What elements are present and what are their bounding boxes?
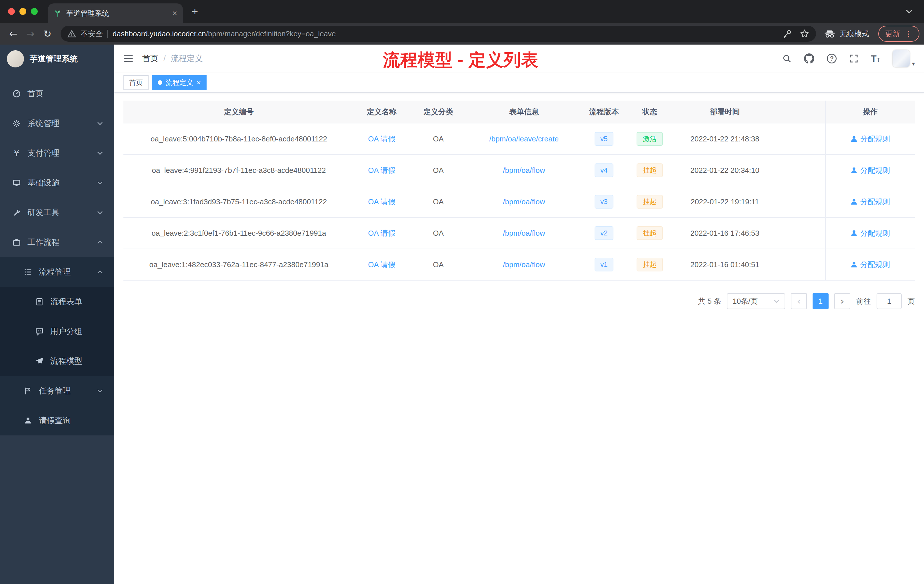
- assign-rule-label: 分配规则: [860, 134, 890, 144]
- forward-button[interactable]: →: [22, 25, 39, 42]
- breadcrumb-separator: /: [163, 54, 166, 63]
- sidebar-item-infrastructure[interactable]: 基础设施: [0, 168, 114, 198]
- sidebar-item-process-management[interactable]: 流程管理: [0, 257, 114, 287]
- table-row: oa_leave:5:004b710b-7b8a-11ec-8ef0-acde4…: [124, 124, 915, 155]
- main-area: 首页 / 流程定义 ? TT: [114, 45, 924, 584]
- form-link[interactable]: /bpm/oa/leave/create: [489, 135, 559, 144]
- minimize-window-button[interactable]: [20, 8, 26, 15]
- page-size-select[interactable]: 10条/页: [727, 293, 785, 309]
- tag-home[interactable]: 首页: [124, 75, 148, 90]
- next-page-button[interactable]: ›: [834, 293, 850, 309]
- table-row: oa_leave:3:1fad3d93-7b75-11ec-a3c8-acde4…: [124, 186, 915, 218]
- bookmark-star-icon[interactable]: [800, 29, 809, 38]
- goto-page-input[interactable]: [876, 293, 902, 309]
- new-tab-button[interactable]: +: [187, 4, 202, 19]
- cell-category: OA: [409, 155, 467, 186]
- tag-close-icon[interactable]: ×: [196, 79, 201, 86]
- kebab-menu-icon: ⋮: [904, 29, 912, 39]
- tab-close-icon[interactable]: ×: [172, 9, 177, 17]
- app-shell: 芋道管理系统 首页 系统管理 ¥ 支付管理: [0, 45, 924, 584]
- browser-tab[interactable]: 芋道管理系统 ×: [48, 3, 183, 23]
- cell-category: OA: [409, 218, 467, 249]
- sidebar: 芋道管理系统 首页 系统管理 ¥ 支付管理: [0, 45, 114, 584]
- window-controls: [5, 8, 45, 15]
- security-label[interactable]: 不安全: [81, 29, 103, 39]
- page-unit-label: 页: [908, 296, 915, 306]
- update-label: 更新: [885, 29, 900, 39]
- sidebar-item-label: 系统管理: [27, 118, 59, 129]
- reload-button[interactable]: ↻: [39, 25, 56, 42]
- definition-name-link[interactable]: OA 请假: [368, 260, 395, 270]
- form-link[interactable]: /bpm/oa/flow: [503, 198, 545, 206]
- version-badge: v2: [594, 226, 613, 240]
- breadcrumb-home[interactable]: 首页: [142, 53, 158, 64]
- cell-spacer: [778, 155, 825, 186]
- assign-rule-link[interactable]: 分配规则: [851, 134, 890, 144]
- prev-page-button[interactable]: ‹: [791, 293, 807, 309]
- sidebar-item-process-form[interactable]: 流程表单: [0, 287, 114, 317]
- assign-rule-link[interactable]: 分配规则: [851, 197, 890, 207]
- sidebar-item-user-group[interactable]: 用户分组: [0, 317, 114, 346]
- omnibox-actions: [783, 29, 809, 38]
- definition-name-link[interactable]: OA 请假: [368, 197, 395, 207]
- sidebar-item-payment[interactable]: ¥ 支付管理: [0, 138, 114, 168]
- sidebar-item-system[interactable]: 系统管理: [0, 109, 114, 138]
- page-1-button[interactable]: 1: [813, 293, 828, 309]
- assign-rule-label: 分配规则: [860, 260, 890, 270]
- chevron-down-icon: [97, 181, 103, 185]
- sidebar-item-home[interactable]: 首页: [0, 79, 114, 109]
- form-link[interactable]: /bpm/oa/flow: [503, 229, 545, 238]
- definition-name-link[interactable]: OA 请假: [368, 134, 395, 144]
- tag-process-definition[interactable]: 流程定义 ×: [152, 75, 206, 90]
- chevron-down-icon: [97, 211, 103, 214]
- url-host: dashboard.yudao.iocoder.cn: [112, 30, 206, 38]
- definition-name-link[interactable]: OA 请假: [368, 165, 395, 175]
- zoom-window-button[interactable]: [31, 8, 38, 15]
- assign-rule-link[interactable]: 分配规则: [851, 260, 890, 270]
- monitor-icon: [12, 178, 22, 187]
- user-avatar-menu[interactable]: ▾: [893, 50, 915, 67]
- browser-update-menu-button[interactable]: 更新 ⋮: [878, 26, 919, 42]
- sidebar-item-task-management[interactable]: 任务管理: [0, 376, 114, 406]
- close-window-button[interactable]: [8, 8, 15, 15]
- cell-definition-id: oa_leave:4:991f2193-7b7f-11ec-a3c8-acde4…: [124, 155, 354, 186]
- chevron-down-icon: [97, 152, 103, 155]
- text-size-small: T: [876, 56, 880, 63]
- assign-rule-link[interactable]: 分配规则: [851, 165, 890, 175]
- sidebar-item-leave-query[interactable]: 请假查询: [0, 406, 114, 436]
- address-bar[interactable]: 不安全 dashboard.yudao.iocoder.cn/bpm/manag…: [61, 26, 816, 42]
- definition-name-link[interactable]: OA 请假: [368, 228, 395, 238]
- chevron-up-icon: [97, 241, 103, 244]
- column-header-version: 流程版本: [581, 101, 627, 123]
- browser-tabstrip: 芋道管理系统 × +: [0, 0, 924, 23]
- form-link[interactable]: /bpm/oa/flow: [503, 260, 545, 269]
- assign-rule-link[interactable]: 分配规则: [851, 228, 890, 238]
- search-icon[interactable]: [782, 54, 792, 63]
- cell-category: OA: [409, 124, 467, 154]
- sidebar-item-dev-tools[interactable]: 研发工具: [0, 198, 114, 228]
- back-button[interactable]: ←: [5, 25, 22, 42]
- help-icon[interactable]: ?: [827, 54, 837, 63]
- browser-window: 芋道管理系统 × + ← → ↻ 不安全 dashboard.yudao.ioc…: [0, 0, 924, 584]
- tab-search-chevron-icon[interactable]: [906, 9, 912, 14]
- sidebar-item-process-model[interactable]: 流程模型: [0, 346, 114, 376]
- caret-down-icon: ▾: [912, 60, 915, 67]
- github-icon[interactable]: [804, 53, 814, 64]
- sidebar-item-workflow[interactable]: 工作流程: [0, 228, 114, 257]
- version-badge: v3: [594, 195, 613, 209]
- sidebar-item-label: 研发工具: [27, 207, 59, 218]
- pagination-total: 共 5 条: [698, 296, 721, 306]
- wrench-icon: [12, 208, 22, 217]
- cell-definition-id: oa_leave:3:1fad3d93-7b75-11ec-a3c8-acde4…: [124, 186, 354, 217]
- warning-icon: [68, 30, 76, 38]
- form-link[interactable]: /bpm/oa/flow: [503, 166, 545, 175]
- divider: [107, 30, 108, 38]
- sidebar-collapse-icon[interactable]: [124, 54, 133, 63]
- prev-icon: ‹: [797, 296, 801, 307]
- assign-rule-label: 分配规则: [860, 165, 890, 175]
- sidebar-item-label: 流程管理: [39, 267, 71, 277]
- text-size-icon[interactable]: TT: [871, 54, 880, 63]
- fullscreen-icon[interactable]: [849, 54, 858, 63]
- app-logo[interactable]: 芋道管理系统: [0, 45, 114, 73]
- key-icon[interactable]: [783, 29, 792, 38]
